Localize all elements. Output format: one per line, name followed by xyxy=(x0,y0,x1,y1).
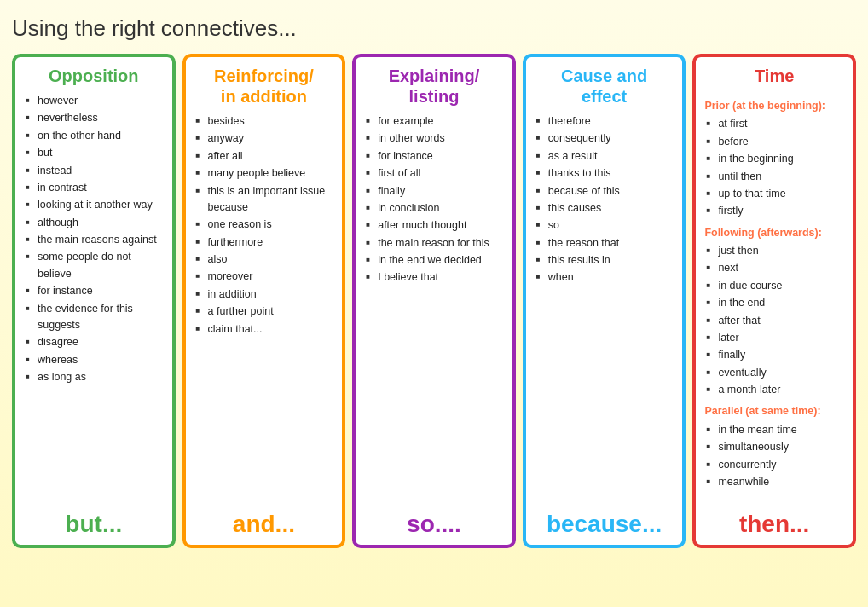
list-item: I believe that xyxy=(366,269,504,286)
list-item: the main reasons against xyxy=(26,232,164,248)
list-item: the evidence for this suggests xyxy=(26,301,164,334)
list-item: after much thought xyxy=(366,217,504,234)
column-opposition: Oppositionhoweverneverthelesson the othe… xyxy=(12,54,176,548)
list-item: finally xyxy=(366,183,504,199)
column-footer-time: then... xyxy=(704,506,844,538)
column-content-cause: thereforeconsequentlyas a resultthanks t… xyxy=(535,113,674,497)
list-item: furthermore xyxy=(196,234,334,251)
list-item: first of all xyxy=(366,165,504,182)
list-item: finally xyxy=(706,347,844,363)
columns-wrapper: Oppositionhoweverneverthelesson the othe… xyxy=(12,54,856,548)
list-item: after all xyxy=(196,148,334,165)
list-item: some people do not believe xyxy=(26,249,164,282)
list-item: in the mean time xyxy=(706,422,844,438)
list-item: on the other hand xyxy=(26,128,164,144)
list-item: in the beginning xyxy=(706,151,844,167)
list-item: in other words xyxy=(366,130,504,147)
list-item: when xyxy=(536,269,674,286)
list-item: in addition xyxy=(196,286,334,303)
column-footer-reinforcing: and... xyxy=(194,506,334,538)
list-item: up to that time xyxy=(706,186,844,202)
list-item: one reason is xyxy=(196,217,334,233)
list-item: for example xyxy=(366,113,504,130)
sub-heading: Parallel (at same time): xyxy=(704,403,844,419)
list-item: in conclusion xyxy=(366,200,504,217)
column-footer-opposition: but... xyxy=(24,506,164,538)
list-item: before xyxy=(706,134,844,150)
list-item: although xyxy=(26,215,164,231)
list-item: but xyxy=(26,145,164,161)
column-explaining: Explaining/listingfor examplein other wo… xyxy=(352,54,516,548)
column-header-explaining: Explaining/listing xyxy=(364,66,504,107)
column-content-explaining: for examplein other wordsfor instancefir… xyxy=(364,113,504,497)
sub-heading: Prior (at the beginning): xyxy=(704,98,844,114)
list-item: instead xyxy=(26,163,164,179)
list-item: the reason that xyxy=(536,235,674,251)
column-time: TimePrior (at the beginning):at firstbef… xyxy=(692,54,856,548)
column-header-reinforcing: Reinforcing/in addition xyxy=(194,66,334,107)
column-content-time: Prior (at the beginning):at firstbeforei… xyxy=(704,93,844,497)
list-item: simultaneously xyxy=(706,439,844,455)
list-item: this causes xyxy=(536,200,674,217)
list-item: also xyxy=(196,251,334,268)
column-cause: Cause andeffectthereforeconsequentlyas a… xyxy=(523,54,686,548)
list-item: until then xyxy=(706,169,844,185)
list-item: in due course xyxy=(706,278,844,294)
list-item: a month later xyxy=(706,382,844,398)
list-item: for instance xyxy=(26,283,164,299)
list-item: therefore xyxy=(536,113,674,130)
list-item: because of this xyxy=(536,183,674,199)
list-item: eventually xyxy=(706,365,844,381)
list-item: anyway xyxy=(196,130,334,147)
list-item: claim that... xyxy=(196,321,334,338)
column-reinforcing: Reinforcing/in additionbesidesanywayafte… xyxy=(182,54,346,548)
list-item: a further point xyxy=(196,304,334,320)
list-item: this is an important issue because xyxy=(196,183,334,217)
list-item: so xyxy=(536,217,674,234)
list-item: disagree xyxy=(26,334,164,350)
column-content-opposition: howeverneverthelesson the other handbuti… xyxy=(24,93,164,497)
list-item: however xyxy=(26,93,164,109)
column-content-reinforcing: besidesanywayafter allmany people believ… xyxy=(194,113,334,497)
list-item: many people believe xyxy=(196,165,334,182)
list-item: firstly xyxy=(706,203,844,219)
list-item: the main reason for this xyxy=(366,235,504,251)
list-item: concurrently xyxy=(706,457,844,473)
list-item: in the end xyxy=(706,295,844,311)
list-item: next xyxy=(706,260,844,276)
column-header-cause: Cause andeffect xyxy=(535,66,674,107)
list-item: looking at it another way xyxy=(26,197,164,213)
column-footer-cause: because... xyxy=(535,506,674,538)
list-item: just then xyxy=(706,243,844,259)
column-footer-explaining: so.... xyxy=(364,506,504,538)
list-item: nevertheless xyxy=(26,110,164,126)
column-header-time: Time xyxy=(704,66,844,86)
list-item: in the end we decided xyxy=(366,252,504,269)
list-item: at first xyxy=(706,116,844,132)
list-item: whereas xyxy=(26,352,164,368)
list-item: as a result xyxy=(536,148,674,165)
sub-heading: Following (afterwards): xyxy=(704,225,844,241)
list-item: for instance xyxy=(366,148,504,165)
list-item: this results in xyxy=(536,252,674,269)
list-item: after that xyxy=(706,313,844,329)
list-item: as long as xyxy=(26,369,164,385)
list-item: later xyxy=(706,330,844,346)
list-item: in contrast xyxy=(26,180,164,196)
list-item: moreover xyxy=(196,269,334,285)
list-item: meanwhile xyxy=(706,474,844,490)
column-header-opposition: Opposition xyxy=(24,66,164,86)
page-title: Using the right connectives... xyxy=(12,15,856,42)
list-item: thanks to this xyxy=(536,165,674,182)
list-item: consequently xyxy=(536,130,674,147)
list-item: besides xyxy=(196,113,334,130)
